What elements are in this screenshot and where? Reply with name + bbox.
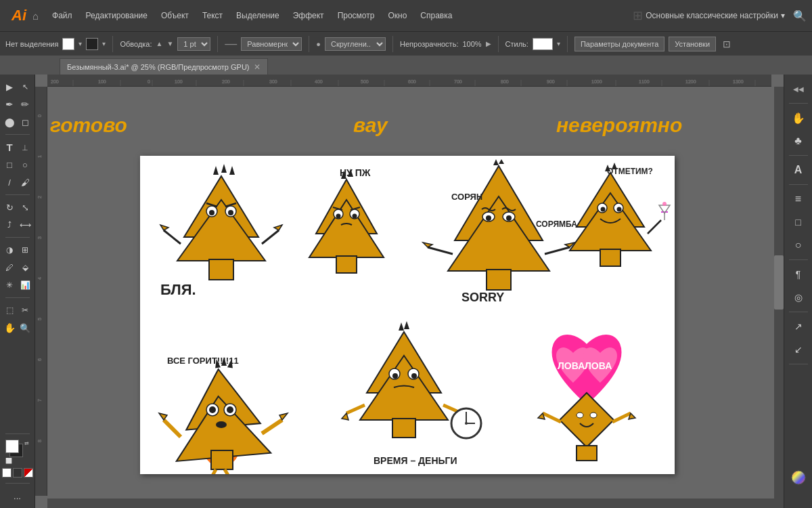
sticker-fire: ВСЕ ГОРИТ!!!!11	[159, 356, 288, 474]
menu-object[interactable]: Объект	[154, 8, 196, 23]
vertical-scrollbar[interactable]	[774, 87, 784, 508]
symbol-sprayer-tool[interactable]: ✳	[3, 277, 17, 293]
artboard-tool[interactable]: ⬚	[3, 302, 17, 318]
svg-text:SORRY: SORRY	[461, 291, 504, 304]
paintbucket-tool[interactable]: ⬙	[18, 259, 32, 276]
rotate-tool[interactable]: ↻	[3, 199, 17, 215]
fill-color-swatch[interactable]	[5, 440, 19, 453]
sep3	[309, 36, 309, 52]
gear-panel-icon[interactable]: ◎	[787, 287, 810, 308]
color-mode-white[interactable]	[2, 468, 12, 478]
import-icon[interactable]: ↙	[787, 339, 810, 360]
canvas-area[interactable]: 200 100 0 100 200 300 400 500 600 700 80…	[35, 75, 784, 508]
character-panel-icon[interactable]: A	[787, 160, 810, 180]
brush-tool[interactable]: 🖌	[18, 174, 32, 190]
menu-window[interactable]: Окно	[381, 8, 413, 23]
right-sep3	[789, 184, 808, 185]
draw-tools2: ⬤ ◻	[3, 114, 32, 130]
pathfinder-icon[interactable]: □	[787, 212, 810, 232]
rect-tool[interactable]: □	[3, 156, 17, 173]
warp-tool[interactable]: ⤴	[3, 217, 17, 233]
color-wheel-icon[interactable]	[787, 467, 810, 488]
select-tool[interactable]: ▶	[3, 79, 17, 95]
ellipse-tool[interactable]: ○	[18, 156, 32, 173]
menu-text[interactable]: Текст	[196, 8, 229, 23]
menu-view[interactable]: Просмотр	[331, 8, 382, 23]
blob-tool[interactable]: ⬤	[3, 114, 17, 130]
direct-select-tool[interactable]: ↖	[18, 79, 32, 95]
svg-marker-84	[499, 159, 504, 164]
circle-panel-icon[interactable]: ○	[787, 235, 810, 255]
svg-line-75	[428, 247, 453, 254]
svg-marker-47	[160, 225, 168, 230]
svg-marker-83	[493, 159, 499, 165]
line-tool[interactable]: /	[3, 174, 17, 190]
stroke-swatch[interactable]	[86, 38, 98, 50]
opacity-value: 100%	[462, 40, 481, 48]
slice-tool[interactable]: ✂	[18, 302, 32, 318]
menu-effect[interactable]: Эффект	[286, 8, 331, 23]
svg-line-120	[225, 469, 233, 474]
home-icon[interactable]: ⌂	[32, 10, 39, 22]
svg-text:НУ ПЖ: НУ ПЖ	[340, 167, 371, 178]
svg-text:1000: 1000	[591, 79, 602, 84]
svg-text:700: 700	[454, 79, 462, 84]
hand-tool[interactable]: ✋	[3, 320, 17, 336]
zoom-tool[interactable]: 🔍	[18, 320, 32, 336]
svg-text:5: 5	[37, 318, 42, 320]
eyedropper-tool[interactable]: 🖊	[3, 259, 17, 276]
menu-help[interactable]: Справка	[413, 8, 459, 23]
vertical-type-tool[interactable]: ⟂	[18, 139, 32, 155]
color-swatch-pair[interactable]: ⇄ ⬜	[5, 440, 30, 464]
document-tab[interactable]: Безымянный-3.ai* @ 25% (RGB/Предпросмотр…	[60, 58, 268, 75]
export-icon[interactable]: ↗	[787, 316, 810, 337]
scale-tool[interactable]: ⤡	[18, 199, 32, 215]
fill-swatch[interactable]	[62, 38, 74, 50]
paragraph-icon[interactable]: ¶	[787, 264, 810, 284]
menu-edit[interactable]: Редактирование	[79, 8, 154, 23]
color-mode-black[interactable]	[13, 468, 22, 478]
column-graph-tool[interactable]: 📊	[18, 277, 32, 293]
more-tools[interactable]: ...	[3, 488, 32, 504]
scrollbar-thumb-vertical[interactable]	[774, 255, 784, 310]
width-tool[interactable]: ⟷	[18, 217, 32, 233]
align-select[interactable]: Равномерно	[241, 37, 302, 51]
menu-file[interactable]: Файл	[45, 8, 79, 23]
pen-tool[interactable]: ✒	[3, 96, 17, 112]
opacity-label: Непрозрачность:	[400, 40, 458, 48]
svg-marker-76	[423, 242, 432, 247]
tab-close-button[interactable]: ✕	[254, 62, 261, 72]
erase-tool[interactable]: ◻	[18, 114, 32, 130]
gradient-tool[interactable]: ◑	[3, 242, 17, 258]
right-tool-arrows[interactable]: ◀◀	[787, 79, 810, 99]
svg-text:400: 400	[315, 79, 323, 84]
mesh-tool[interactable]: ⊞	[18, 242, 32, 258]
svg-text:СОРЯН: СОРЯН	[451, 192, 482, 202]
swap-colors-icon[interactable]: ⇄	[24, 440, 29, 446]
workspace-selector: ⊞ Основные классические настройки ▾ 🔍	[633, 8, 807, 23]
type-tool[interactable]: T	[3, 139, 17, 155]
align-panel-icon[interactable]: ≡	[787, 189, 810, 209]
style-swatch[interactable]	[533, 38, 553, 50]
svg-text:800: 800	[501, 79, 509, 84]
pencil-tool[interactable]: ✏	[18, 96, 32, 112]
doc-settings-button[interactable]: Параметры документа	[574, 37, 664, 51]
horizontal-scrollbar[interactable]	[47, 499, 774, 508]
svg-text:6: 6	[37, 358, 42, 361]
clubs-icon[interactable]: ♣	[787, 131, 810, 151]
sticker-time: ВРЕМЯ – ДЕНЬГИ	[342, 321, 481, 466]
preferences-button[interactable]: Установки	[669, 37, 716, 51]
sep4	[392, 36, 393, 52]
menu-select[interactable]: Выделение	[229, 8, 286, 23]
default-colors-icon[interactable]: ⬜	[5, 458, 12, 464]
transform-panel-icon[interactable]: ✋	[787, 108, 810, 128]
corner-dot: ●	[316, 40, 321, 48]
workspace-dropdown-arrow[interactable]: ▾	[781, 11, 785, 20]
svg-marker-102	[612, 163, 617, 169]
right-toolbar: ◀◀ ✋ ♣ A ≡ □ ○ ¶ ◎ ↗ ↙	[784, 75, 812, 508]
stroke-value-select[interactable]: 1 pt	[177, 37, 210, 51]
round-select[interactable]: Скруглени...	[325, 37, 386, 51]
color-mode-none[interactable]	[24, 468, 33, 478]
search-icon[interactable]: 🔍	[793, 9, 807, 22]
svg-point-65	[336, 214, 341, 219]
